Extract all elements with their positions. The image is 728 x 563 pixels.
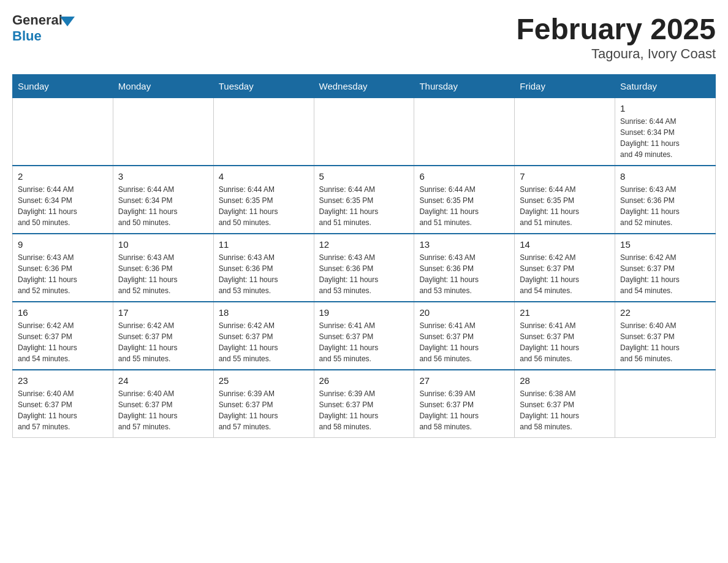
calendar-cell: 10Sunrise: 6:43 AM Sunset: 6:36 PM Dayli… <box>113 234 213 302</box>
calendar-cell: 4Sunrise: 6:44 AM Sunset: 6:35 PM Daylig… <box>213 166 314 234</box>
calendar-header-tuesday: Tuesday <box>213 75 314 98</box>
logo-general: General <box>12 12 63 28</box>
day-info: Sunrise: 6:40 AM Sunset: 6:37 PM Dayligh… <box>118 388 208 432</box>
calendar-week-row: 9Sunrise: 6:43 AM Sunset: 6:36 PM Daylig… <box>13 234 716 302</box>
day-info: Sunrise: 6:43 AM Sunset: 6:36 PM Dayligh… <box>319 252 409 296</box>
day-info: Sunrise: 6:42 AM Sunset: 6:37 PM Dayligh… <box>620 252 710 296</box>
calendar-cell: 21Sunrise: 6:41 AM Sunset: 6:37 PM Dayli… <box>515 302 615 370</box>
day-info: Sunrise: 6:41 AM Sunset: 6:37 PM Dayligh… <box>419 320 509 364</box>
calendar-cell: 28Sunrise: 6:38 AM Sunset: 6:37 PM Dayli… <box>515 370 615 438</box>
day-info: Sunrise: 6:44 AM Sunset: 6:35 PM Dayligh… <box>520 184 610 228</box>
day-number: 16 <box>18 307 108 318</box>
calendar-cell: 22Sunrise: 6:40 AM Sunset: 6:37 PM Dayli… <box>615 302 716 370</box>
calendar-cell <box>615 370 716 438</box>
day-number: 3 <box>118 171 208 182</box>
calendar-cell: 7Sunrise: 6:44 AM Sunset: 6:35 PM Daylig… <box>515 166 615 234</box>
day-info: Sunrise: 6:43 AM Sunset: 6:36 PM Dayligh… <box>419 252 509 296</box>
day-info: Sunrise: 6:43 AM Sunset: 6:36 PM Dayligh… <box>18 252 108 296</box>
calendar-cell: 23Sunrise: 6:40 AM Sunset: 6:37 PM Dayli… <box>13 370 113 438</box>
calendar-cell: 17Sunrise: 6:42 AM Sunset: 6:37 PM Dayli… <box>113 302 213 370</box>
day-number: 27 <box>419 375 509 386</box>
day-info: Sunrise: 6:44 AM Sunset: 6:35 PM Dayligh… <box>419 184 509 228</box>
calendar-header-saturday: Saturday <box>615 75 716 98</box>
calendar-header-monday: Monday <box>113 75 213 98</box>
day-number: 1 <box>620 103 710 113</box>
calendar-cell: 24Sunrise: 6:40 AM Sunset: 6:37 PM Dayli… <box>113 370 213 438</box>
calendar-cell: 26Sunrise: 6:39 AM Sunset: 6:37 PM Dayli… <box>314 370 414 438</box>
calendar-cell <box>13 98 113 166</box>
day-number: 11 <box>219 239 309 250</box>
calendar-cell <box>414 98 515 166</box>
day-info: Sunrise: 6:38 AM Sunset: 6:37 PM Dayligh… <box>520 388 610 432</box>
calendar-week-row: 23Sunrise: 6:40 AM Sunset: 6:37 PM Dayli… <box>13 370 716 438</box>
calendar-header-thursday: Thursday <box>414 75 515 98</box>
day-number: 5 <box>319 171 409 182</box>
calendar-cell: 5Sunrise: 6:44 AM Sunset: 6:35 PM Daylig… <box>314 166 414 234</box>
day-info: Sunrise: 6:40 AM Sunset: 6:37 PM Dayligh… <box>620 320 710 364</box>
day-number: 8 <box>620 171 710 182</box>
calendar-cell <box>113 98 213 166</box>
logo: General Blue <box>12 12 75 44</box>
day-info: Sunrise: 6:44 AM Sunset: 6:35 PM Dayligh… <box>319 184 409 228</box>
day-number: 6 <box>419 171 509 182</box>
calendar-cell: 11Sunrise: 6:43 AM Sunset: 6:36 PM Dayli… <box>213 234 314 302</box>
calendar-cell: 27Sunrise: 6:39 AM Sunset: 6:37 PM Dayli… <box>414 370 515 438</box>
calendar-cell: 19Sunrise: 6:41 AM Sunset: 6:37 PM Dayli… <box>314 302 414 370</box>
day-number: 22 <box>620 307 710 318</box>
page-header: General Blue February 2025 Tagoura, Ivor… <box>12 12 716 62</box>
day-number: 20 <box>419 307 509 318</box>
day-info: Sunrise: 6:39 AM Sunset: 6:37 PM Dayligh… <box>219 388 309 432</box>
calendar-week-row: 2Sunrise: 6:44 AM Sunset: 6:34 PM Daylig… <box>13 166 716 234</box>
logo-blue: Blue <box>12 28 42 44</box>
day-number: 24 <box>118 375 208 386</box>
day-info: Sunrise: 6:40 AM Sunset: 6:37 PM Dayligh… <box>18 388 108 432</box>
calendar-week-row: 16Sunrise: 6:42 AM Sunset: 6:37 PM Dayli… <box>13 302 716 370</box>
calendar-header-sunday: Sunday <box>13 75 113 98</box>
day-number: 19 <box>319 307 409 318</box>
day-info: Sunrise: 6:42 AM Sunset: 6:37 PM Dayligh… <box>219 320 309 364</box>
day-info: Sunrise: 6:42 AM Sunset: 6:37 PM Dayligh… <box>520 252 610 296</box>
day-info: Sunrise: 6:44 AM Sunset: 6:34 PM Dayligh… <box>118 184 208 228</box>
calendar-cell: 13Sunrise: 6:43 AM Sunset: 6:36 PM Dayli… <box>414 234 515 302</box>
title-area: February 2025 Tagoura, Ivory Coast <box>516 12 716 62</box>
calendar-cell: 8Sunrise: 6:43 AM Sunset: 6:36 PM Daylig… <box>615 166 716 234</box>
day-number: 17 <box>118 307 208 318</box>
calendar-cell: 18Sunrise: 6:42 AM Sunset: 6:37 PM Dayli… <box>213 302 314 370</box>
calendar-header-wednesday: Wednesday <box>314 75 414 98</box>
day-info: Sunrise: 6:42 AM Sunset: 6:37 PM Dayligh… <box>18 320 108 364</box>
day-number: 23 <box>18 375 108 386</box>
day-number: 18 <box>219 307 309 318</box>
day-info: Sunrise: 6:39 AM Sunset: 6:37 PM Dayligh… <box>319 388 409 432</box>
day-number: 25 <box>219 375 309 386</box>
calendar-cell: 2Sunrise: 6:44 AM Sunset: 6:34 PM Daylig… <box>13 166 113 234</box>
day-info: Sunrise: 6:43 AM Sunset: 6:36 PM Dayligh… <box>219 252 309 296</box>
day-number: 9 <box>18 239 108 250</box>
calendar-cell: 6Sunrise: 6:44 AM Sunset: 6:35 PM Daylig… <box>414 166 515 234</box>
calendar-header-row: SundayMondayTuesdayWednesdayThursdayFrid… <box>13 75 716 98</box>
calendar-cell: 3Sunrise: 6:44 AM Sunset: 6:34 PM Daylig… <box>113 166 213 234</box>
day-number: 4 <box>219 171 309 182</box>
day-info: Sunrise: 6:43 AM Sunset: 6:36 PM Dayligh… <box>620 184 710 228</box>
day-info: Sunrise: 6:43 AM Sunset: 6:36 PM Dayligh… <box>118 252 208 296</box>
day-number: 2 <box>18 171 108 182</box>
day-number: 26 <box>319 375 409 386</box>
day-info: Sunrise: 6:42 AM Sunset: 6:37 PM Dayligh… <box>118 320 208 364</box>
day-number: 21 <box>520 307 610 318</box>
calendar-header-friday: Friday <box>515 75 615 98</box>
calendar-cell <box>515 98 615 166</box>
calendar-cell: 14Sunrise: 6:42 AM Sunset: 6:37 PM Dayli… <box>515 234 615 302</box>
calendar-title: February 2025 <box>516 12 716 46</box>
day-info: Sunrise: 6:41 AM Sunset: 6:37 PM Dayligh… <box>520 320 610 364</box>
calendar-cell: 20Sunrise: 6:41 AM Sunset: 6:37 PM Dayli… <box>414 302 515 370</box>
calendar-cell: 1Sunrise: 6:44 AM Sunset: 6:34 PM Daylig… <box>615 98 716 166</box>
day-info: Sunrise: 6:44 AM Sunset: 6:34 PM Dayligh… <box>620 116 710 160</box>
day-number: 13 <box>419 239 509 250</box>
calendar-cell: 15Sunrise: 6:42 AM Sunset: 6:37 PM Dayli… <box>615 234 716 302</box>
day-number: 10 <box>118 239 208 250</box>
day-info: Sunrise: 6:44 AM Sunset: 6:35 PM Dayligh… <box>219 184 309 228</box>
calendar-subtitle: Tagoura, Ivory Coast <box>516 46 716 62</box>
day-number: 28 <box>520 375 610 386</box>
day-info: Sunrise: 6:44 AM Sunset: 6:34 PM Dayligh… <box>18 184 108 228</box>
day-info: Sunrise: 6:41 AM Sunset: 6:37 PM Dayligh… <box>319 320 409 364</box>
day-number: 15 <box>620 239 710 250</box>
